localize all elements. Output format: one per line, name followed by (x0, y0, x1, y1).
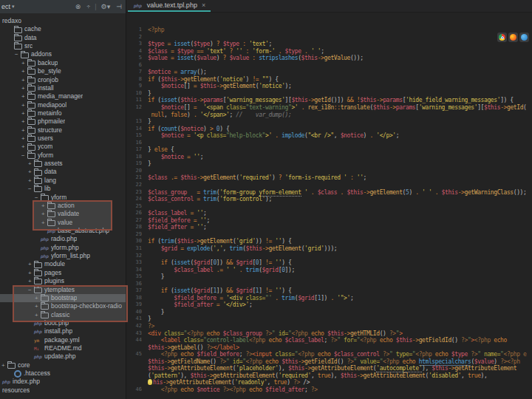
code-line[interactable]: 29 (126, 231, 532, 239)
tree-item-validate[interactable]: +validate (0, 210, 126, 218)
code-line[interactable]: 36 (126, 281, 532, 288)
tree-item-package-yml[interactable]: ympackage.yml (0, 336, 126, 344)
locate-file-icon[interactable]: ⊗ (73, 3, 83, 10)
code-line[interactable]: 14if (count($notice) > 0) { (126, 126, 532, 133)
code-line[interactable]: 17} else { (126, 146, 532, 154)
code-line[interactable]: 24$class_control = trim('form-control'); (126, 196, 532, 203)
tree-item-backup[interactable]: +backup (0, 59, 126, 67)
code-line[interactable]: 6 (126, 62, 532, 69)
code-line[interactable]: 31 $grid = explode(',', trim($this->getE… (126, 245, 532, 253)
tree-item-lib[interactable]: −lib (0, 185, 126, 193)
code-line[interactable]: 7$notice = array(); (126, 69, 532, 76)
tree-toggle-icon[interactable]: + (21, 143, 27, 151)
code-line[interactable]: 30if (trim($this->getElement('grid')) !=… (126, 238, 532, 245)
tree-toggle-icon[interactable]: + (41, 210, 47, 218)
tree-item-index-php[interactable]: phpindex.php (0, 378, 126, 386)
tree-toggle-icon[interactable]: + (21, 101, 27, 109)
tree-item-module[interactable]: +module (0, 260, 126, 268)
tree-item--htaccess[interactable]: .htaccess (0, 369, 126, 378)
code-line[interactable]: 11if (isset($this->params['warning_messa… (126, 97, 532, 104)
tree-item-install-php[interactable]: phpinstall.php (0, 327, 126, 335)
tree-item-redaxo[interactable]: redaxo (0, 17, 126, 25)
code-line[interactable]: 28$field_after = ''; (126, 224, 532, 231)
tree-item-yform-php[interactable]: phpyform.php (0, 244, 126, 252)
settings-gear-icon[interactable]: ⚙▾ (99, 3, 113, 10)
code-line[interactable]: 43<div class="<?php echo $class_group ?>… (126, 330, 532, 338)
tree-item-structure[interactable]: +structure (0, 126, 126, 134)
tree-toggle-icon[interactable]: − (28, 185, 34, 193)
tree-toggle-icon[interactable]: + (21, 134, 27, 143)
tree-item-ytemplates[interactable]: −ytemplates (0, 286, 126, 294)
tree-item-resources[interactable]: resources (0, 386, 126, 395)
tree-toggle-icon[interactable]: + (28, 277, 34, 285)
tree-item-bootstrap[interactable]: +bootstrap (0, 294, 126, 302)
hide-panel-icon[interactable]: ⊣ (114, 3, 124, 10)
code-line[interactable]: 42?> (126, 323, 532, 330)
tree-toggle-icon[interactable]: + (35, 294, 41, 302)
close-icon[interactable]: × (202, 1, 205, 9)
tree-toggle-icon[interactable]: + (28, 269, 34, 277)
tree-item-radio-php[interactable]: phpradio.php (0, 235, 126, 243)
tree-toggle-icon[interactable]: + (21, 126, 27, 134)
tree-item-plugins[interactable]: +plugins (0, 277, 126, 285)
code-line[interactable]: 9 $notice[] = $this->getElement('notice'… (126, 83, 532, 90)
tree-item-addons[interactable]: −addons (0, 50, 126, 58)
code-line[interactable]: $this->getAttributeElement('placeholder'… (126, 365, 532, 372)
tree-item-yform[interactable]: −yform (0, 194, 126, 202)
code-line[interactable]: 2 (126, 34, 532, 41)
code-line[interactable]: 27$field_before = ''; (126, 217, 532, 225)
tree-toggle-icon[interactable]: + (28, 168, 34, 176)
code-line[interactable]: 1<?php (126, 27, 532, 34)
code-line[interactable]: 34 $class_label .= ' ' . trim($grid[0]); (126, 267, 532, 274)
tree-toggle-icon[interactable]: + (35, 302, 41, 310)
tree-item-data[interactable]: data (0, 34, 126, 42)
tree-toggle-icon[interactable]: + (28, 260, 34, 268)
tree-toggle-icon[interactable]: + (21, 84, 27, 92)
code-line[interactable]: 20 (126, 168, 532, 175)
code-line[interactable]: 25 (126, 203, 532, 211)
code-line[interactable]: 35 } (126, 273, 532, 281)
tree-item-yform[interactable]: −yform (0, 151, 126, 160)
tree-toggle-icon[interactable]: − (28, 286, 34, 294)
tree-toggle-icon[interactable]: + (28, 160, 34, 168)
code-line[interactable]: 16 (126, 140, 532, 147)
tree-toggle-icon[interactable]: + (21, 92, 27, 100)
tree-item-src[interactable]: src (0, 42, 126, 50)
code-line[interactable]: ('pattern'), $this->getAttributeElement(… (126, 372, 532, 380)
code-line[interactable]: 3$type = isset($type) ? $type : 'text'; (126, 41, 532, 48)
tree-toggle-icon[interactable]: + (21, 59, 27, 67)
tree-item-ycom[interactable]: +ycom (0, 143, 126, 151)
tree-item-core[interactable]: +core (0, 361, 126, 369)
code-line[interactable]: 8if ($this->getElement('notice') != "") … (126, 76, 532, 83)
tree-toggle-icon[interactable]: + (35, 311, 41, 319)
code-line[interactable]: 13} (126, 118, 532, 126)
code-line[interactable]: $this->getFieldName() ?>" id="<?php echo… (126, 358, 532, 366)
tree-toggle-icon[interactable]: + (21, 117, 27, 126)
code-line[interactable]: 21$class .= $this->getElement('required'… (126, 174, 532, 182)
tree-item-data[interactable]: +data (0, 168, 126, 176)
tree-toggle-icon[interactable]: + (21, 67, 27, 75)
code-line[interactable]: 38 $field_before = '<div class="' . trim… (126, 295, 532, 302)
code-line[interactable]: 33 if (isset($grid[0]) && $grid[0] != ''… (126, 259, 532, 267)
tree-item-lang[interactable]: +lang (0, 177, 126, 185)
tree-item-yform-list-php[interactable]: phpyform_list.php (0, 252, 126, 260)
code-line[interactable]: 44 <label class="control-label<?php echo… (126, 337, 532, 344)
tree-item-base-abstract-php[interactable]: phpbase_abstract.php (0, 227, 126, 235)
tree-item-value[interactable]: +value (0, 219, 126, 227)
code-line[interactable]: 23$class_group = trim('form-group yform-… (126, 189, 532, 197)
tree-item-readme-md[interactable]: M↓README.md (0, 344, 126, 352)
code-line[interactable]: 4$class = $type == 'text' ? '' : 'form-'… (126, 48, 532, 55)
tree-toggle-icon[interactable]: + (21, 109, 27, 117)
tab-value-text-tpl-php[interactable]: php value.text.tpl.php × (128, 0, 211, 12)
code-line[interactable]: 45 <?php echo $field_before; ?><input cl… (126, 351, 532, 358)
code-line[interactable]: 10} (126, 90, 532, 98)
code-line[interactable]: his->getAttributeElement('readonly', tru… (126, 379, 532, 386)
collapse-all-icon[interactable]: ÷ (84, 3, 92, 10)
code-editor[interactable]: 1<?php23$type = isset($type) ? $type : '… (126, 13, 532, 399)
code-line[interactable]: null, false) . '</span>'; // var_dump(); (126, 112, 532, 119)
tree-item-mediapool[interactable]: +mediapool (0, 101, 126, 109)
tree-item-be-style[interactable]: +be_style (0, 67, 126, 75)
project-selector[interactable]: ect (1, 3, 10, 10)
tree-toggle-icon[interactable]: − (35, 194, 41, 202)
tree-item-phpmailer[interactable]: +phpmailer (0, 117, 126, 126)
